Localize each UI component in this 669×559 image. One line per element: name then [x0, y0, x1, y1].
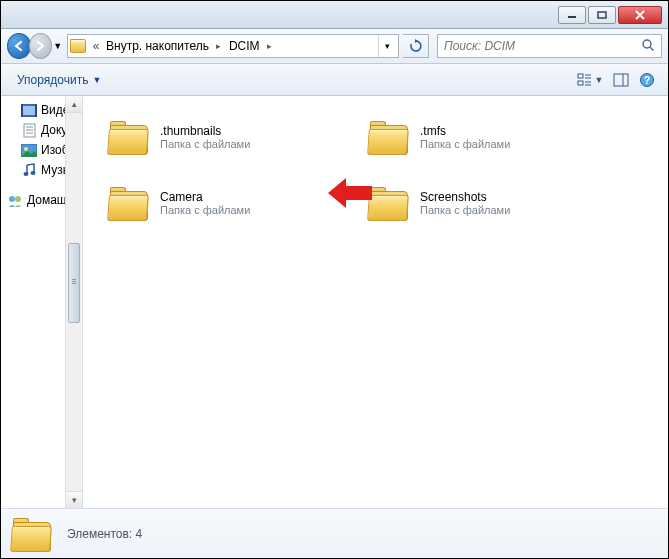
- image-icon: [21, 142, 37, 158]
- svg-rect-9: [614, 74, 628, 86]
- music-icon: [21, 162, 37, 178]
- svg-rect-15: [21, 104, 23, 117]
- search-box[interactable]: [437, 34, 662, 58]
- folder-content-area: .thumbnails Папка с файлами .tmfs Папка …: [83, 96, 668, 508]
- status-bar: Элементов: 4: [1, 508, 668, 558]
- folder-type: Папка с файлами: [160, 138, 318, 150]
- breadcrumb-overflow[interactable]: «: [90, 35, 102, 57]
- search-icon: [641, 38, 655, 55]
- refresh-button[interactable]: [403, 34, 429, 58]
- breadcrumb-label: Внутр. накопитель: [106, 39, 209, 53]
- address-bar[interactable]: « Внутр. накопитель ▸ DCIM ▸ ▾: [67, 34, 399, 58]
- organize-button[interactable]: Упорядочить ▼: [9, 70, 109, 90]
- folder-icon: [108, 185, 150, 221]
- scroll-up-button[interactable]: ▴: [66, 96, 82, 113]
- svg-rect-4: [578, 81, 583, 85]
- homegroup-icon: [7, 192, 23, 208]
- organize-label: Упорядочить: [17, 73, 88, 87]
- navigation-bar: ▼ « Внутр. накопитель ▸ DCIM ▸ ▾: [1, 29, 668, 64]
- window-titlebar: [1, 1, 668, 29]
- svg-rect-14: [23, 106, 35, 115]
- help-button[interactable]: ?: [634, 68, 660, 92]
- address-dropdown[interactable]: ▾: [378, 35, 396, 57]
- nav-forward-button[interactable]: [29, 33, 53, 59]
- close-button[interactable]: [618, 6, 662, 24]
- chevron-down-icon: ▼: [595, 75, 604, 85]
- folder-name: Screenshots: [420, 190, 578, 204]
- folder-icon: [108, 119, 150, 155]
- tree-label: Доку: [41, 123, 67, 137]
- minimize-button[interactable]: [558, 6, 586, 24]
- nav-history-dropdown[interactable]: ▼: [52, 33, 63, 59]
- maximize-button[interactable]: [588, 6, 616, 24]
- folder-icon: [368, 119, 410, 155]
- svg-rect-1: [598, 12, 606, 18]
- breadcrumb-item-dcim[interactable]: DCIM: [225, 35, 264, 57]
- svg-point-2: [643, 40, 651, 48]
- folder-item-tmfs[interactable]: .tmfs Папка с файлами: [363, 114, 583, 160]
- folder-item-thumbnails[interactable]: .thumbnails Папка с файлами: [103, 114, 323, 160]
- scroll-thumb[interactable]: [68, 243, 80, 323]
- folder-icon: [11, 516, 53, 552]
- scroll-down-button[interactable]: ▾: [66, 491, 82, 508]
- breadcrumb-label: DCIM: [229, 39, 260, 53]
- folder-item-camera[interactable]: Camera Папка с файлами: [103, 180, 323, 226]
- document-icon: [21, 122, 37, 138]
- svg-point-22: [24, 147, 28, 151]
- svg-text:?: ?: [644, 75, 650, 86]
- folder-icon: [368, 185, 410, 221]
- preview-pane-button[interactable]: [608, 68, 634, 92]
- command-toolbar: Упорядочить ▼ ▼ ?: [1, 64, 668, 96]
- folder-type: Папка с файлами: [160, 204, 318, 216]
- scroll-track[interactable]: [66, 113, 82, 491]
- svg-point-24: [31, 171, 36, 175]
- chevron-down-icon: ▼: [92, 75, 101, 85]
- sidebar-scrollbar[interactable]: ▴ ▾: [65, 96, 82, 508]
- folder-icon: [70, 39, 86, 53]
- svg-point-27: [15, 196, 21, 202]
- svg-rect-3: [578, 74, 583, 78]
- svg-rect-16: [35, 104, 37, 117]
- navigation-tree: Виде Доку Изоб Музы Домаш ▴: [1, 96, 83, 508]
- folder-name: .thumbnails: [160, 124, 318, 138]
- folder-type: Папка с файлами: [420, 138, 578, 150]
- folder-name: .tmfs: [420, 124, 578, 138]
- tree-label: Домаш: [27, 193, 67, 207]
- breadcrumb-separator[interactable]: ▸: [264, 35, 276, 57]
- folder-item-screenshots[interactable]: Screenshots Папка с файлами: [363, 180, 583, 226]
- svg-point-26: [9, 196, 15, 202]
- svg-rect-0: [568, 16, 576, 18]
- status-text: Элементов: 4: [67, 527, 142, 541]
- folder-name: Camera: [160, 190, 318, 204]
- annotation-arrow: [328, 178, 372, 208]
- view-mode-button[interactable]: ▼: [572, 68, 608, 92]
- breadcrumb-separator[interactable]: ▸: [213, 35, 225, 57]
- breadcrumb-item-storage[interactable]: Внутр. накопитель: [102, 35, 213, 57]
- nav-back-button[interactable]: [7, 33, 31, 59]
- video-icon: [21, 102, 37, 118]
- search-input[interactable]: [444, 39, 641, 53]
- folder-type: Папка с файлами: [420, 204, 578, 216]
